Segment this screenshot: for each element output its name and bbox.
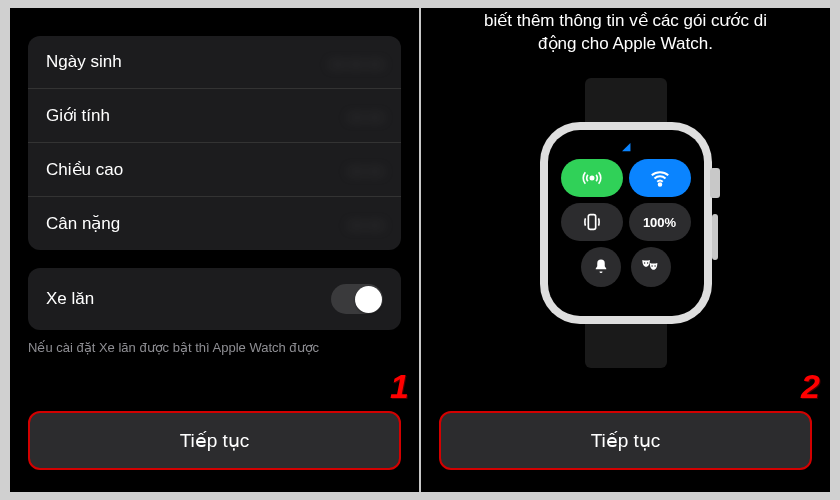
- row-label: Cân nặng: [46, 213, 120, 234]
- row-height[interactable]: Chiều cao — —: [28, 143, 401, 197]
- watch-case: ◢: [540, 122, 712, 324]
- battery-percent: 100%: [643, 215, 676, 230]
- svg-rect-2: [588, 215, 595, 230]
- cellular-description: biết thêm thông tin về các gói cước di đ…: [421, 8, 830, 56]
- row-value: — — —: [303, 54, 383, 71]
- row-label: Chiều cao: [46, 159, 123, 180]
- row-value: — —: [303, 215, 383, 232]
- watch-illustration: ◢: [421, 56, 830, 391]
- toggle-knob: [355, 286, 382, 313]
- row-wheelchair[interactable]: Xe lăn: [28, 268, 401, 330]
- row-label: Giới tính: [46, 105, 110, 126]
- wheelchair-helper-text: Nếu cài đặt Xe lăn được bật thì Apple Wa…: [28, 340, 401, 357]
- row-birthday[interactable]: Ngày sinh — — —: [28, 36, 401, 89]
- svg-point-0: [590, 177, 593, 180]
- health-form: Ngày sinh — — — Giới tính — — Chiều cao …: [28, 36, 401, 250]
- panel-cellular-info: biết thêm thông tin về các gói cước di đ…: [421, 8, 830, 492]
- cellular-icon: [582, 168, 602, 188]
- row-value: — —: [303, 161, 383, 178]
- desc-line-1: biết thêm thông tin về các gói cước di: [484, 11, 767, 30]
- svg-point-1: [658, 184, 661, 187]
- wheelchair-toggle[interactable]: [331, 284, 383, 314]
- ping-iphone-icon: [581, 211, 603, 233]
- wifi-icon: [649, 167, 671, 189]
- silent-mode-button: [581, 247, 621, 287]
- watch-screen-control-center: ◢: [548, 130, 704, 316]
- bell-icon: [592, 258, 610, 276]
- row-gender[interactable]: Giới tính — —: [28, 89, 401, 143]
- location-icon: ◢: [622, 140, 630, 153]
- watch-status-bar: ◢: [622, 140, 630, 153]
- toggle-label: Xe lăn: [46, 289, 94, 309]
- digital-crown: [710, 168, 720, 198]
- bottom-bar: Tiếp tục: [10, 391, 419, 492]
- cellular-pill: [561, 159, 623, 197]
- row-label: Ngày sinh: [46, 52, 122, 72]
- row-value: — —: [303, 107, 383, 124]
- row-weight[interactable]: Cân nặng — —: [28, 197, 401, 250]
- continue-button[interactable]: Tiếp tục: [439, 411, 812, 470]
- desc-line-2: động cho Apple Watch.: [538, 34, 713, 53]
- battery-pill: 100%: [629, 203, 691, 241]
- side-button: [712, 214, 718, 260]
- panel-health-details: Ngày sinh — — — Giới tính — — Chiều cao …: [10, 8, 419, 492]
- theater-masks-icon: [641, 257, 661, 277]
- wifi-pill: [629, 159, 691, 197]
- ping-iphone-pill: [561, 203, 623, 241]
- bottom-bar: Tiếp tục: [421, 391, 830, 492]
- continue-button[interactable]: Tiếp tục: [28, 411, 401, 470]
- theater-mode-button: [631, 247, 671, 287]
